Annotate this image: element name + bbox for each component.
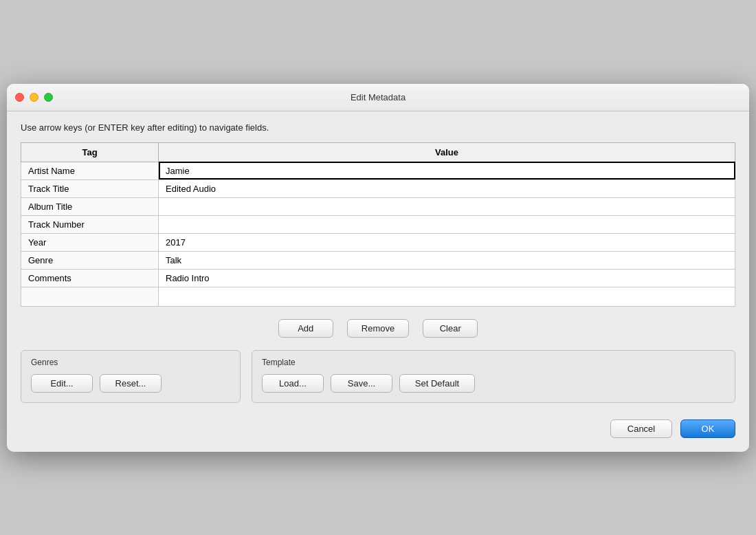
dialog-window: Edit Metadata Use arrow keys (or ENTER k… <box>7 84 749 452</box>
tag-cell: Comments <box>21 269 159 287</box>
value-cell[interactable] <box>159 215 735 233</box>
template-buttons: Load... Save... Set Default <box>262 374 725 393</box>
template-load-button[interactable]: Load... <box>262 374 324 393</box>
table-row[interactable]: GenreTalk <box>21 251 735 269</box>
ok-button[interactable]: OK <box>680 419 735 438</box>
value-cell[interactable] <box>159 287 735 306</box>
genres-reset-button[interactable]: Reset... <box>100 374 162 393</box>
value-cell[interactable] <box>159 197 735 215</box>
col-tag-header: Tag <box>21 142 159 162</box>
tag-cell: Track Number <box>21 215 159 233</box>
remove-button[interactable]: Remove <box>347 319 409 338</box>
template-set-default-button[interactable]: Set Default <box>399 374 475 393</box>
close-button[interactable] <box>15 93 24 102</box>
value-cell[interactable]: Talk <box>159 251 735 269</box>
table-row[interactable]: Track Number <box>21 215 735 233</box>
col-value-header: Value <box>159 142 735 162</box>
template-label: Template <box>262 358 725 367</box>
clear-button[interactable]: Clear <box>423 319 478 338</box>
titlebar: Edit Metadata <box>7 84 749 111</box>
table-row[interactable] <box>21 287 735 306</box>
dialog-content: Use arrow keys (or ENTER key after editi… <box>7 111 749 452</box>
cancel-button[interactable]: Cancel <box>610 419 672 438</box>
table-row[interactable]: Track TitleEdited Audio <box>21 179 735 197</box>
genres-section: Genres Edit... Reset... <box>21 350 241 403</box>
sections-row: Genres Edit... Reset... Template Load...… <box>21 350 735 403</box>
maximize-button[interactable] <box>44 93 53 102</box>
template-save-button[interactable]: Save... <box>331 374 392 393</box>
tag-cell: Album Title <box>21 197 159 215</box>
action-buttons-row: Add Remove Clear <box>21 319 735 338</box>
value-cell[interactable]: 2017 <box>159 233 735 251</box>
minimize-button[interactable] <box>30 93 38 102</box>
table-row[interactable]: Year2017 <box>21 233 735 251</box>
value-cell[interactable]: Jamie <box>159 162 735 179</box>
table-row[interactable]: CommentsRadio Intro <box>21 269 735 287</box>
value-cell[interactable]: Edited Audio <box>159 179 735 197</box>
instruction-text: Use arrow keys (or ENTER key after editi… <box>21 122 735 133</box>
tag-cell: Track Title <box>21 179 159 197</box>
metadata-table: Tag Value Artist NameJamieTrack TitleEdi… <box>21 142 735 307</box>
value-cell[interactable]: Radio Intro <box>159 269 735 287</box>
genres-edit-button[interactable]: Edit... <box>31 374 93 393</box>
table-row[interactable]: Album Title <box>21 197 735 215</box>
traffic-lights <box>15 93 53 102</box>
genres-label: Genres <box>31 358 230 367</box>
footer-row: Cancel OK <box>21 417 735 438</box>
tag-cell <box>21 287 159 306</box>
tag-cell: Artist Name <box>21 162 159 179</box>
genres-buttons: Edit... Reset... <box>31 374 230 393</box>
table-row[interactable]: Artist NameJamie <box>21 162 735 179</box>
window-title: Edit Metadata <box>351 92 405 102</box>
tag-cell: Year <box>21 233 159 251</box>
add-button[interactable]: Add <box>278 319 333 338</box>
tag-cell: Genre <box>21 251 159 269</box>
template-section: Template Load... Save... Set Default <box>252 350 735 403</box>
